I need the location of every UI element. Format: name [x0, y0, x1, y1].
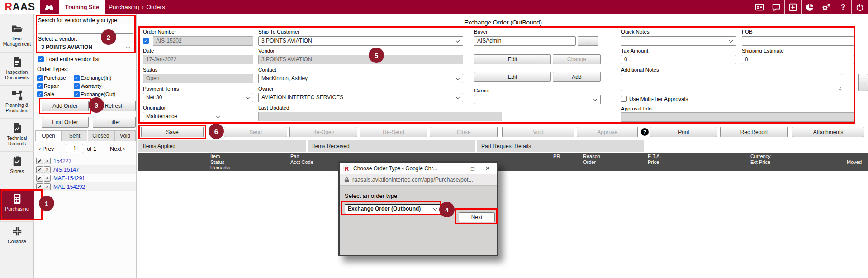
carrier-select[interactable] — [474, 95, 601, 104]
order-type-exchange-out-checkbox[interactable]: ✓ — [74, 91, 80, 97]
buyer-browse-button[interactable]: ... — [578, 36, 598, 46]
contact-select[interactable]: MacKinnon, Ashley — [258, 74, 463, 83]
sidebar-item-item-management[interactable]: ItemManagement — [0, 19, 34, 51]
close-icon[interactable]: × — [482, 164, 493, 173]
payment-terms-label: Payment Terms — [143, 86, 179, 91]
sidebar-item-planning-production[interactable]: Planning &Production — [0, 85, 34, 118]
owner-select[interactable]: AVIATION INTERTEC SERVICES — [258, 93, 463, 102]
send-button[interactable]: Send — [224, 127, 287, 137]
ship-to-select[interactable]: 3 POINTS AVIATION — [258, 36, 463, 46]
load-vendor-list-checkbox[interactable]: ✓ — [38, 56, 44, 62]
order-type-exchange-in-checkbox[interactable]: ✓ — [74, 75, 80, 81]
originator-select[interactable]: Maintenance — [143, 112, 223, 121]
tab-open[interactable]: Open — [35, 130, 62, 141]
minimize-icon[interactable]: — — [452, 165, 464, 172]
delete-icon[interactable]: × — [44, 175, 51, 182]
order-type-warranty-checkbox[interactable]: ✓ — [74, 83, 80, 89]
delete-icon[interactable]: × — [44, 166, 51, 173]
find-order-button[interactable]: Find Order — [42, 117, 89, 128]
actions-help-icon[interactable]: ? — [641, 128, 649, 136]
dialog-title: Choose Order Type - Google Chr... — [353, 165, 449, 172]
contact-change-button[interactable]: Change — [553, 54, 601, 64]
tab-sent[interactable]: Sent — [62, 130, 87, 141]
reopen-button[interactable]: Re-Open — [289, 127, 357, 137]
additional-notes-textarea[interactable] — [621, 74, 842, 91]
contact-edit-button[interactable]: Edit — [474, 54, 551, 64]
next-button[interactable]: Next › — [110, 146, 125, 152]
raas-favicon: R — [343, 165, 350, 172]
prev-button[interactable]: ‹ Prev — [39, 146, 54, 152]
sidebar-item-stores[interactable]: Stores — [0, 151, 34, 183]
save-button[interactable]: Save — [141, 127, 204, 137]
page-number-input[interactable]: 1 — [66, 144, 83, 153]
tab-closed[interactable]: Closed — [88, 130, 114, 141]
rec-report-button[interactable]: Rec Report — [720, 127, 788, 137]
resend-button[interactable]: Re-Send — [360, 127, 427, 137]
edit-icon[interactable] — [36, 175, 43, 182]
quick-notes-select[interactable] — [621, 36, 736, 46]
tax-amount-input[interactable]: 0 — [621, 55, 736, 64]
tab-training-site[interactable]: Training Site — [59, 0, 105, 14]
order-link[interactable]: AIS-15147 — [53, 167, 79, 173]
tab-void[interactable]: Void — [114, 130, 136, 141]
close-button[interactable]: Close — [430, 127, 498, 137]
order-type-select[interactable]: Exchange Order (Outbound) — [345, 204, 441, 214]
multi-tier-approvals-checkbox[interactable] — [621, 96, 627, 102]
messages-icon[interactable] — [768, 0, 784, 14]
approve-button[interactable]: Approve — [577, 127, 638, 137]
breadcrumb-section[interactable]: Purchasing — [109, 4, 139, 10]
help-icon[interactable]: ? — [835, 0, 851, 14]
order-link[interactable]: 154223 — [53, 158, 71, 164]
print-button[interactable]: Print — [650, 127, 717, 137]
tab-items-received[interactable]: Items Received — [308, 140, 475, 152]
order-type-purchase-checkbox[interactable]: ✓ — [37, 75, 43, 81]
void-button[interactable]: Void — [502, 127, 574, 137]
tab-items-applied[interactable]: Items Applied — [138, 140, 306, 152]
buyer-input[interactable]: AISAdmin — [474, 36, 576, 46]
address-add-button[interactable]: Add — [553, 72, 601, 82]
approval-info-field — [621, 112, 855, 122]
order-number-checkbox[interactable]: ✓ — [143, 38, 149, 44]
maximize-icon[interactable]: □ — [467, 165, 479, 172]
sidebar-item-technical-records[interactable]: TechnicalRecords — [0, 118, 34, 151]
order-type-warranty-label: Warranty — [81, 83, 101, 89]
dialog-title-bar[interactable]: R Choose Order Type - Google Chr... — □ … — [340, 163, 497, 174]
raas-logo: RAAS — [0, 0, 40, 14]
sidebar-item-purchasing[interactable]: Purchasing — [0, 189, 34, 220]
additional-notes-browse-button[interactable]: ... — [858, 74, 868, 91]
order-link[interactable]: MAE-154292 — [53, 184, 85, 190]
add-window-icon[interactable] — [784, 0, 801, 14]
attachments-button[interactable]: Attachments — [792, 127, 864, 137]
sidebar-item-inspection-documents[interactable]: InspectionDocuments — [0, 52, 34, 85]
address-edit-button[interactable]: Edit — [474, 72, 551, 82]
delete-icon[interactable]: × — [44, 158, 51, 164]
vendor-select[interactable]: 3 POINTS AVIATION — [38, 43, 133, 52]
edit-icon[interactable] — [36, 183, 43, 190]
settings-gears-icon[interactable] — [818, 0, 835, 14]
collapse-icon — [12, 226, 23, 237]
order-type-sale-checkbox[interactable]: ✓ — [37, 91, 43, 97]
order-link[interactable]: MAE-154291 — [53, 175, 85, 182]
vendor-search-input[interactable] — [38, 24, 133, 34]
folder-icon — [11, 23, 23, 34]
ship-to-value: 3 POINTS AVIATION — [261, 38, 312, 44]
payment-terms-select[interactable]: Net 30 — [143, 93, 253, 102]
edit-icon[interactable] — [36, 158, 43, 164]
vendor-field: 3 POINTS AVIATION — [258, 55, 463, 64]
filter-button[interactable]: Filter — [93, 117, 136, 128]
resize-grip-icon[interactable] — [837, 86, 841, 90]
order-type-repair-checkbox[interactable]: ✓ — [37, 83, 43, 89]
fob-label: FOB — [742, 29, 753, 34]
shipping-estimate-input[interactable]: 0 — [742, 55, 854, 64]
edit-icon[interactable] — [36, 166, 43, 173]
tab-part-request-details[interactable]: Part Request Details — [477, 140, 644, 152]
reports-pie-icon[interactable] — [801, 0, 818, 14]
add-order-button[interactable]: Add Order — [42, 101, 89, 111]
id-card-icon[interactable] — [751, 0, 768, 14]
binoculars-icon[interactable] — [44, 2, 55, 14]
fob-input[interactable] — [742, 36, 854, 46]
next-button[interactable]: Next — [459, 212, 495, 222]
logout-power-icon[interactable] — [851, 0, 868, 14]
sidebar-item-collapse[interactable]: Collapse — [0, 221, 34, 253]
delete-icon[interactable]: × — [44, 183, 51, 190]
